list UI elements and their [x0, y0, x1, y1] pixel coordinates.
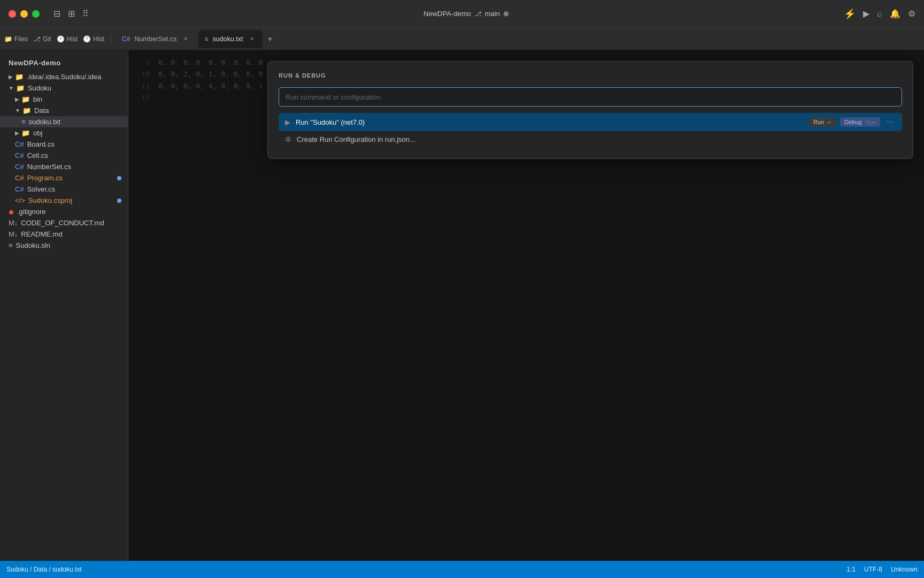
- tabbar: 📁 Files ⎇ Git 🕐 Hist 🕐 Hist C# NumberSet…: [0, 28, 924, 50]
- sidebar-item-obj[interactable]: ▶ 📁 obj: [0, 127, 128, 139]
- titlebar-right: ⚡ ▶ ⌕ 🔔 ⚙: [844, 8, 915, 20]
- cs-icon-program: C#: [15, 174, 24, 182]
- bell-icon[interactable]: 🔔: [890, 9, 900, 19]
- add-tab-button[interactable]: +: [265, 34, 276, 44]
- traffic-lights: [9, 10, 40, 18]
- play-icon[interactable]: ▶: [863, 9, 869, 19]
- sidebar-item-program[interactable]: C# Program.cs: [0, 172, 128, 184]
- statusbar: Sudoku / Data / sudoku.txt 1:1 UTF-8 Unk…: [0, 561, 924, 578]
- expand-idea-icon: ▶: [9, 74, 13, 80]
- folder-icon-sudoku: 📁: [16, 84, 25, 92]
- md-icon-readme: M↓: [9, 230, 18, 238]
- modal-title: RUN & DEBUG: [279, 72, 902, 79]
- git-nav[interactable]: ⎇ Git: [33, 35, 51, 43]
- project-name: NewDPA-demo: [424, 10, 471, 18]
- sidebar-item-csproj[interactable]: </> Sudoku.csproj: [0, 195, 128, 206]
- config-suggestion-icon: ⚙: [285, 135, 291, 143]
- statusbar-left: Sudoku / Data / sudoku.txt: [6, 566, 82, 573]
- cs-icon-board: C#: [15, 140, 24, 148]
- clock-icon-2: 🕐: [83, 35, 91, 43]
- statusbar-right: 1:1 UTF-8 Unknown: [846, 566, 918, 573]
- run-button[interactable]: Run ↵: [809, 117, 836, 127]
- sidebar-toggle-icon[interactable]: ⊟: [53, 9, 60, 19]
- suggestion-create-config[interactable]: ⚙ Create Run Configuration in run.json..…: [279, 131, 902, 148]
- git-icon: ⎇: [33, 35, 41, 43]
- modified-dot-csproj: [117, 199, 121, 203]
- tab-close-sudoku[interactable]: ✕: [248, 35, 256, 43]
- sidebar-item-solver[interactable]: C# Solver.cs: [0, 184, 128, 195]
- run-config-search-input[interactable]: [286, 93, 895, 101]
- sidebar-item-conduct[interactable]: M↓ CODE_OF_CONDUCT.md: [0, 217, 128, 229]
- more-options-button[interactable]: ···: [884, 117, 896, 127]
- main-layout: NewDPA-demo ▶ 📁 .idea/.idea.Sudoku/.idea…: [0, 50, 924, 561]
- close-button[interactable]: [9, 10, 16, 18]
- sidebar-item-cell[interactable]: C# Cell.cs: [0, 150, 128, 161]
- sidebar-item-sudoku-folder[interactable]: ▼ 📁 Sudoku: [0, 82, 128, 94]
- folder-icon: 📁: [4, 35, 12, 43]
- statusbar-path[interactable]: Sudoku / Data / sudoku.txt: [6, 566, 82, 573]
- tab-sudoku-txt[interactable]: ≡ sudoku.txt ✕: [198, 30, 263, 48]
- files-nav[interactable]: 📁 Files: [4, 35, 28, 43]
- folder-icon-idea: 📁: [15, 73, 24, 81]
- sidebar-item-data[interactable]: ▼ 📁 Data: [0, 105, 128, 116]
- branch-name: main: [485, 10, 500, 18]
- sidebar-item-bin[interactable]: ▶ 📁 bin: [0, 94, 128, 105]
- grid-icon[interactable]: ⠿: [82, 9, 89, 19]
- expand-data-icon: ▼: [15, 108, 20, 113]
- folder-icon-obj: 📁: [21, 129, 30, 137]
- proj-icon: </>: [15, 196, 25, 204]
- sidebar: NewDPA-demo ▶ 📁 .idea/.idea.Sudoku/.idea…: [0, 50, 128, 561]
- statusbar-position[interactable]: 1:1: [846, 566, 856, 573]
- expand-obj-icon: ▶: [15, 130, 19, 136]
- suggestion-run-label: Run "Sudoku" (net7.0): [296, 118, 809, 126]
- sidebar-item-idea[interactable]: ▶ 📁 .idea/.idea.Sudoku/.idea: [0, 71, 128, 82]
- md-icon-conduct: M↓: [9, 219, 18, 227]
- sidebar-item-gitignore[interactable]: ◆ .gitignore: [0, 206, 128, 217]
- tab-numberset-cs[interactable]: C# NumberSet.cs ✕: [116, 30, 196, 48]
- folder-icon-data: 📁: [22, 107, 31, 115]
- history-nav-1[interactable]: 🕐 Hist: [57, 35, 78, 43]
- debug-button[interactable]: Debug ⌥↵: [840, 117, 880, 127]
- settings-icon[interactable]: ⚙: [908, 9, 915, 19]
- user-icon: ⊕: [503, 10, 509, 18]
- run-suggestion-icon: ▶: [285, 118, 290, 126]
- cs-file-icon-1: C#: [122, 35, 130, 43]
- cs-icon-cell: C#: [15, 151, 24, 159]
- suggestion-run-sudoku[interactable]: ▶ Run "Sudoku" (net7.0) Run ↵ Debug ⌥↵ ·…: [279, 113, 902, 131]
- suggestion-run-actions: Run ↵ Debug ⌥↵ ···: [809, 117, 896, 127]
- expand-sudoku-icon: ▼: [9, 85, 14, 91]
- modified-dot-program: [117, 176, 121, 180]
- sidebar-header: NewDPA-demo: [0, 55, 128, 71]
- folder-icon-bin: 📁: [21, 95, 30, 103]
- sidebar-item-sudoku-txt[interactable]: ≡ sudoku.txt: [0, 116, 128, 127]
- sidebar-item-readme[interactable]: M↓ README.md: [0, 229, 128, 240]
- sidebar-item-board[interactable]: C# Board.cs: [0, 139, 128, 150]
- search-icon[interactable]: ⌕: [877, 9, 882, 19]
- expand-bin-icon: ▶: [15, 96, 19, 102]
- titlebar: ⊟ ⊞ ⠿ NewDPA-demo ⎇ main ⊕ ⚡ ▶ ⌕ 🔔 ⚙: [0, 0, 924, 28]
- txt-file-icon: ≡: [205, 35, 209, 43]
- search-input-container[interactable]: [279, 87, 902, 107]
- run-debug-modal: RUN & DEBUG ▶ Run "Sudoku" (net7.0) Run …: [267, 61, 913, 159]
- titlebar-center: NewDPA-demo ⎇ main ⊕: [97, 10, 835, 18]
- statusbar-filetype[interactable]: Unknown: [891, 566, 918, 573]
- txt-icon-sidebar: ≡: [21, 118, 26, 126]
- tab-close-numberset[interactable]: ✕: [181, 35, 190, 43]
- editor-area: 1 0. 0. 0. 0. 0. 0. 0. 0. 0 10 0, 0, 2, …: [128, 50, 924, 561]
- statusbar-encoding[interactable]: UTF-8: [864, 566, 882, 573]
- layout-icon[interactable]: ⊞: [68, 9, 75, 19]
- suggestion-config-label: Create Run Configuration in run.json...: [297, 135, 896, 143]
- sln-icon: ≡: [9, 241, 13, 249]
- history-nav-2[interactable]: 🕐 Hist: [83, 35, 104, 43]
- git-file-icon: ◆: [9, 208, 14, 216]
- clock-icon-1: 🕐: [57, 35, 65, 43]
- maximize-button[interactable]: [32, 10, 40, 18]
- sidebar-item-numberset[interactable]: C# NumberSet.cs: [0, 161, 128, 172]
- minimize-button[interactable]: [20, 10, 28, 18]
- lightning-icon[interactable]: ⚡: [844, 8, 856, 20]
- sidebar-item-sln[interactable]: ≡ Sudoku.sln: [0, 240, 128, 251]
- cs-icon-numberset: C#: [15, 163, 24, 171]
- tabbar-left: 📁 Files ⎇ Git 🕐 Hist 🕐 Hist: [4, 35, 111, 43]
- branch-icon: ⎇: [474, 10, 482, 18]
- titlebar-left-icons: ⊟ ⊞ ⠿: [53, 9, 89, 19]
